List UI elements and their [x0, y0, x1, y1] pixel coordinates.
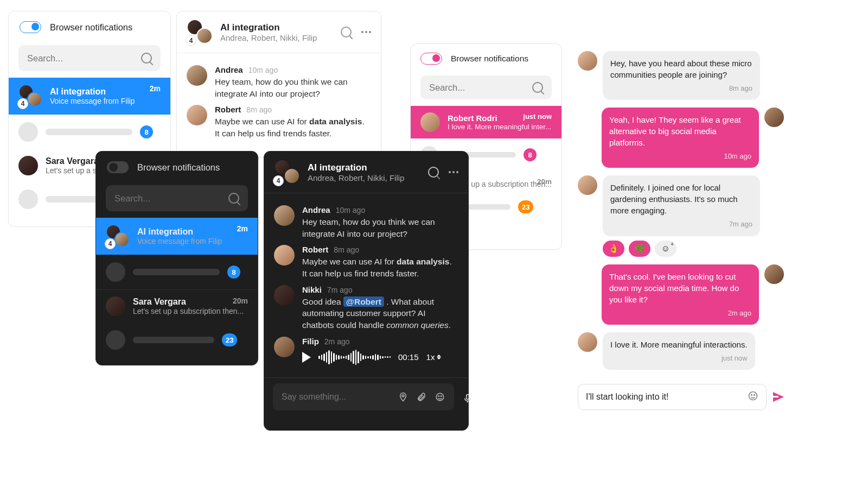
- message-author: Filip: [302, 337, 319, 346]
- avatar: [578, 51, 597, 71]
- message-text: Good idea @Robert . What about automatin…: [302, 296, 458, 331]
- notifications-toggle[interactable]: [20, 21, 41, 33]
- avatar: [764, 108, 784, 127]
- svg-point-6: [751, 394, 752, 395]
- unread-badge: 23: [222, 333, 237, 346]
- reaction-plant[interactable]: 🌿: [629, 241, 650, 257]
- conversation-item-active[interactable]: 4 AI integration Voice message from Fili…: [9, 78, 170, 115]
- bubble-chat-panel: Hey, have you heard about these micro co…: [578, 43, 784, 410]
- search-box[interactable]: [106, 185, 248, 211]
- composer[interactable]: [273, 383, 454, 411]
- search-box[interactable]: [420, 75, 552, 99]
- unread-badge: 23: [518, 200, 533, 213]
- message-time: 8m ago: [246, 105, 272, 114]
- message-item: Robert8m ago Maybe we can use AI for dat…: [187, 105, 371, 139]
- emoji-icon[interactable]: [748, 390, 758, 403]
- avatar: [578, 175, 597, 195]
- voice-duration: 00:15: [398, 352, 419, 362]
- light-chat-panel: 4 AI integration Andrea, Robert, Nikki, …: [176, 11, 381, 157]
- waveform[interactable]: [318, 349, 391, 365]
- dark-sidebar-panel: Browser notifications 4 AI integration V…: [95, 151, 258, 365]
- messages: Andrea10m ago Hey team, how do you think…: [264, 193, 468, 377]
- message-outgoing: Yeah, I have! They seem like a great alt…: [578, 108, 784, 168]
- composer-input[interactable]: [282, 392, 390, 402]
- avatar: [274, 205, 295, 226]
- conversation-title: AI integration: [50, 87, 161, 97]
- notifications-toggle[interactable]: [107, 161, 129, 173]
- more-icon[interactable]: [361, 31, 371, 33]
- svg-point-5: [749, 392, 757, 400]
- group-avatar: 4: [274, 159, 300, 185]
- bubble-time: 2m ago: [609, 308, 751, 318]
- message-item-voice: Filip2m ago 00:15 1x: [274, 337, 458, 365]
- search-icon: [141, 53, 152, 64]
- conversation-time: just now: [523, 112, 552, 121]
- composer[interactable]: I'll start looking into it!: [578, 384, 767, 410]
- emoji-icon[interactable]: [435, 392, 445, 402]
- send-icon[interactable]: [773, 392, 784, 402]
- message-incoming: Hey, have you heard about these micro co…: [578, 51, 784, 100]
- messages: Andrea10m ago Hey team, how do you think…: [177, 53, 381, 152]
- group-count-badge: 4: [273, 175, 284, 186]
- mention[interactable]: @Robert: [343, 296, 384, 307]
- voice-speed[interactable]: 1x: [426, 352, 442, 362]
- avatar-placeholder: [106, 330, 125, 350]
- voice-message: 00:15 1x: [302, 349, 458, 365]
- chat-participants: Andrea, Robert, Nikki, Filip: [308, 173, 420, 182]
- avatar-placeholder: [18, 122, 38, 142]
- message-time: 10m ago: [336, 206, 365, 214]
- microphone-icon[interactable]: [463, 385, 473, 412]
- conversation-time: 2m: [150, 84, 161, 93]
- avatar-placeholder: [18, 190, 38, 209]
- message-author: Andrea: [302, 205, 330, 214]
- bubble-time: 7m ago: [610, 219, 752, 229]
- reaction-add[interactable]: ☺: [655, 241, 676, 257]
- conversation-time: 20m: [537, 178, 552, 186]
- search-icon[interactable]: [341, 27, 352, 37]
- unread-badge: 8: [524, 148, 537, 161]
- group-avatar: 4: [106, 224, 130, 248]
- svg-point-1: [436, 393, 444, 401]
- search-icon[interactable]: [428, 167, 439, 178]
- avatar-placeholder: [106, 262, 125, 282]
- conversation-item-active[interactable]: 4 AI integration Voice message from Fili…: [96, 218, 258, 255]
- conversation-subtitle: Voice message from Filip: [50, 97, 161, 105]
- conversation-subtitle: Let's set up a subscription then...: [133, 307, 248, 315]
- reaction-ok[interactable]: 👌: [603, 241, 624, 257]
- notifications-toggle[interactable]: [420, 53, 442, 65]
- svg-point-7: [754, 394, 755, 395]
- dark-chat-panel: 4 AI integration Andrea, Robert, Nikki, …: [264, 151, 469, 431]
- more-icon[interactable]: [449, 171, 458, 173]
- avatar: [106, 296, 125, 316]
- message-text: Maybe we can use AI for data analysis. I…: [215, 116, 371, 139]
- message-author: Nikki: [302, 285, 322, 294]
- search-input[interactable]: [27, 53, 127, 64]
- group-count-badge: 4: [186, 35, 196, 46]
- attachment-icon[interactable]: [416, 392, 427, 402]
- svg-point-3: [441, 396, 442, 397]
- location-icon[interactable]: [398, 392, 409, 402]
- bubble-text: That's cool. I've been looking to cut do…: [609, 271, 751, 305]
- play-icon[interactable]: [302, 352, 311, 363]
- svg-rect-4: [467, 394, 469, 399]
- search-input[interactable]: [114, 193, 214, 204]
- message-incoming: I love it. More meaningful interactions.…: [578, 332, 784, 370]
- notifications-row: Browser notifications: [411, 44, 561, 73]
- search-input[interactable]: [429, 83, 520, 93]
- bubble-time: 8m ago: [610, 84, 752, 93]
- conversation-title: Sara Vergara: [133, 297, 248, 307]
- conversation-item[interactable]: Sara Vergara Let's set up a subscription…: [96, 289, 258, 323]
- message-item: Robert8m ago Maybe we can use AI for dat…: [274, 245, 458, 279]
- conversation-item-active[interactable]: Robert Rodri I love it. More meaningful …: [411, 106, 561, 138]
- search-icon: [532, 82, 543, 93]
- group-count-badge: 4: [17, 98, 28, 109]
- search-box[interactable]: [18, 45, 161, 71]
- svg-point-0: [402, 395, 404, 397]
- avatar: [187, 105, 207, 125]
- avatar: [764, 264, 784, 284]
- notifications-label: Browser notifications: [50, 22, 132, 33]
- composer-text: I'll start looking into it!: [586, 392, 668, 402]
- conversation-subtitle: I love it. More meaningful inter...: [448, 123, 552, 131]
- chat-participants: Andrea, Robert, Nikki, Filip: [220, 33, 333, 42]
- chat-title: AI integration: [220, 22, 333, 33]
